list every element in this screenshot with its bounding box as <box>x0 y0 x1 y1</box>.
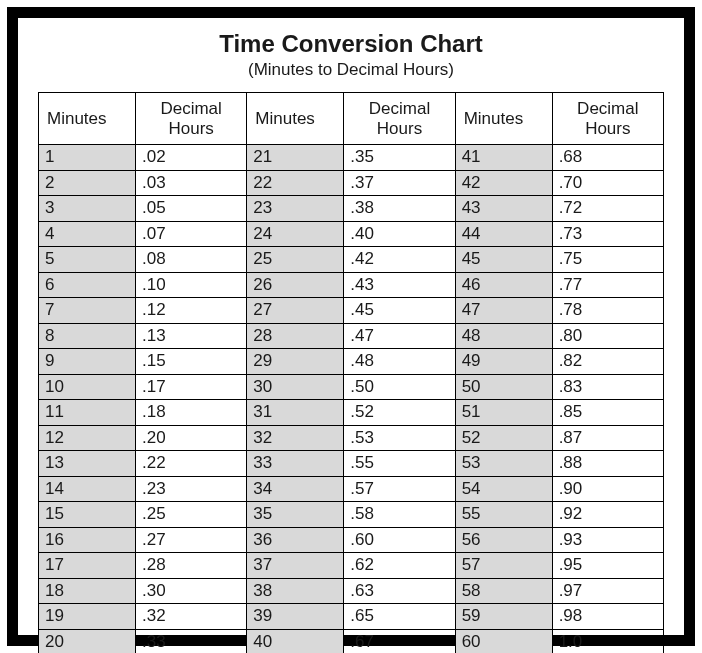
cell-minutes: 23 <box>247 196 344 222</box>
cell-decimal: .27 <box>135 527 246 553</box>
cell-minutes: 3 <box>39 196 136 222</box>
table-row: 4.0724.4044.73 <box>39 221 664 247</box>
cell-minutes: 1 <box>39 145 136 171</box>
cell-decimal: .37 <box>344 170 455 196</box>
cell-decimal: .10 <box>135 272 246 298</box>
cell-decimal: .05 <box>135 196 246 222</box>
cell-minutes: 22 <box>247 170 344 196</box>
cell-minutes: 39 <box>247 604 344 630</box>
cell-decimal: .43 <box>344 272 455 298</box>
table-row: 3.0523.3843.72 <box>39 196 664 222</box>
cell-minutes: 17 <box>39 553 136 579</box>
cell-decimal: .85 <box>552 400 663 426</box>
cell-decimal: .32 <box>135 604 246 630</box>
cell-decimal: .52 <box>344 400 455 426</box>
cell-minutes: 49 <box>455 349 552 375</box>
cell-minutes: 10 <box>39 374 136 400</box>
cell-minutes: 6 <box>39 272 136 298</box>
cell-decimal: .67 <box>344 629 455 653</box>
cell-minutes: 42 <box>455 170 552 196</box>
cell-decimal: .60 <box>344 527 455 553</box>
cell-decimal: .83 <box>552 374 663 400</box>
col-decimal-2: DecimalHours <box>344 93 455 145</box>
col-decimal-1: DecimalHours <box>135 93 246 145</box>
cell-decimal: .80 <box>552 323 663 349</box>
cell-minutes: 45 <box>455 247 552 273</box>
cell-minutes: 11 <box>39 400 136 426</box>
table-row: 5.0825.4245.75 <box>39 247 664 273</box>
table-row: 20.3340.67601.0 <box>39 629 664 653</box>
cell-decimal: .90 <box>552 476 663 502</box>
cell-minutes: 50 <box>455 374 552 400</box>
cell-minutes: 30 <box>247 374 344 400</box>
chart-frame: Time Conversion Chart (Minutes to Decima… <box>7 7 695 646</box>
cell-decimal: .28 <box>135 553 246 579</box>
cell-minutes: 37 <box>247 553 344 579</box>
cell-minutes: 36 <box>247 527 344 553</box>
cell-minutes: 25 <box>247 247 344 273</box>
cell-minutes: 32 <box>247 425 344 451</box>
col-minutes-1: Minutes <box>39 93 136 145</box>
cell-decimal: .15 <box>135 349 246 375</box>
cell-decimal: .95 <box>552 553 663 579</box>
chart-title: Time Conversion Chart <box>38 30 664 58</box>
cell-minutes: 38 <box>247 578 344 604</box>
cell-decimal: .02 <box>135 145 246 171</box>
cell-decimal: .07 <box>135 221 246 247</box>
cell-minutes: 4 <box>39 221 136 247</box>
table-row: 10.1730.5050.83 <box>39 374 664 400</box>
cell-decimal: .25 <box>135 502 246 528</box>
cell-decimal: .75 <box>552 247 663 273</box>
cell-minutes: 19 <box>39 604 136 630</box>
table-row: 2.0322.3742.70 <box>39 170 664 196</box>
cell-decimal: .38 <box>344 196 455 222</box>
cell-minutes: 8 <box>39 323 136 349</box>
cell-decimal: .98 <box>552 604 663 630</box>
cell-decimal: .13 <box>135 323 246 349</box>
cell-decimal: .82 <box>552 349 663 375</box>
cell-decimal: .70 <box>552 170 663 196</box>
cell-minutes: 44 <box>455 221 552 247</box>
table-row: 15.2535.5855.92 <box>39 502 664 528</box>
table-row: 11.1831.5251.85 <box>39 400 664 426</box>
cell-minutes: 20 <box>39 629 136 653</box>
cell-minutes: 9 <box>39 349 136 375</box>
cell-decimal: .23 <box>135 476 246 502</box>
table-body: 1.0221.3541.682.0322.3742.703.0523.3843.… <box>39 145 664 653</box>
cell-minutes: 57 <box>455 553 552 579</box>
cell-minutes: 2 <box>39 170 136 196</box>
cell-minutes: 15 <box>39 502 136 528</box>
cell-minutes: 34 <box>247 476 344 502</box>
chart-subtitle: (Minutes to Decimal Hours) <box>38 60 664 80</box>
cell-decimal: .93 <box>552 527 663 553</box>
conversion-table: Minutes DecimalHours Minutes DecimalHour… <box>38 92 664 653</box>
table-row: 6.1026.4346.77 <box>39 272 664 298</box>
cell-minutes: 41 <box>455 145 552 171</box>
cell-decimal: .53 <box>344 425 455 451</box>
table-row: 13.2233.5553.88 <box>39 451 664 477</box>
cell-decimal: .92 <box>552 502 663 528</box>
cell-minutes: 60 <box>455 629 552 653</box>
cell-minutes: 12 <box>39 425 136 451</box>
table-row: 14.2334.5754.90 <box>39 476 664 502</box>
cell-decimal: .68 <box>552 145 663 171</box>
cell-decimal: .03 <box>135 170 246 196</box>
cell-decimal: .77 <box>552 272 663 298</box>
cell-minutes: 14 <box>39 476 136 502</box>
cell-decimal: .20 <box>135 425 246 451</box>
cell-minutes: 26 <box>247 272 344 298</box>
cell-minutes: 31 <box>247 400 344 426</box>
cell-minutes: 24 <box>247 221 344 247</box>
table-row: 19.3239.6559.98 <box>39 604 664 630</box>
cell-minutes: 13 <box>39 451 136 477</box>
cell-decimal: .17 <box>135 374 246 400</box>
cell-decimal: .47 <box>344 323 455 349</box>
cell-minutes: 46 <box>455 272 552 298</box>
cell-minutes: 7 <box>39 298 136 324</box>
cell-decimal: .22 <box>135 451 246 477</box>
cell-minutes: 35 <box>247 502 344 528</box>
cell-minutes: 5 <box>39 247 136 273</box>
cell-minutes: 55 <box>455 502 552 528</box>
cell-minutes: 54 <box>455 476 552 502</box>
cell-decimal: .40 <box>344 221 455 247</box>
